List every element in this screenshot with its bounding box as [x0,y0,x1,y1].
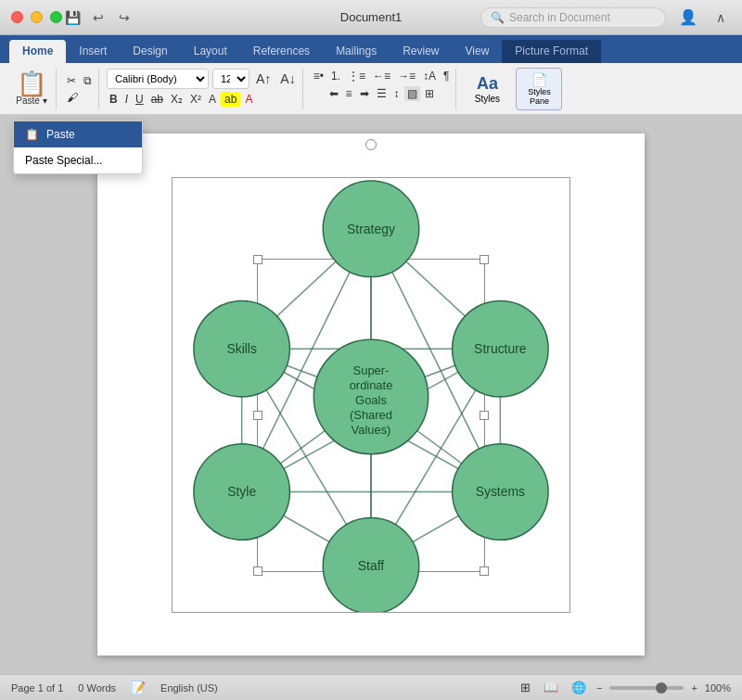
borders-button[interactable]: ⊞ [422,86,437,101]
tab-picture-format[interactable]: Picture Format [502,40,601,63]
format-painter-button[interactable]: 🖌 [64,90,81,105]
paste-menu-icon: 📋 [25,128,39,141]
superscript-button[interactable]: X² [187,92,204,107]
title-bar: 💾 ↩ ↪ Document1 🔍 Search in Document 👤 ∧ [0,0,742,35]
ribbon-toolbar: 📋 Paste ▾ ✂ ⧉ 🖌 Calibri (Body) 12 A↑ A↓ [0,63,742,115]
tab-references[interactable]: References [240,40,323,63]
format-group: ✂ ⧉ 🖌 [64,73,95,105]
titlebar-toolbar: 💾 ↩ ↪ [62,7,134,28]
format-painter-row: 🖌 [64,90,95,105]
styles-button[interactable]: Aa Styles [464,70,510,108]
ribbon-collapse-icon[interactable]: ∧ [710,7,731,28]
search-bar[interactable]: 🔍 Search in Document [480,7,666,28]
paste-menu-paste[interactable]: 📋 Paste [14,121,142,147]
document-page: Super- ordinate Goals (Shared Values) St… [97,134,645,655]
zoom-level[interactable]: 100% [705,682,731,694]
cut-button[interactable]: ✂ [64,73,79,88]
paste-label: Paste ▾ [16,95,46,106]
indent-increase-button[interactable]: →≡ [395,69,418,83]
font-color-button[interactable]: A [242,92,255,107]
close-button[interactable] [11,11,23,23]
shading-button[interactable]: ▧ [404,86,420,101]
status-right: ⊞ 📖 🌐 − + 100% [518,680,731,695]
paste-special-label: Paste Special... [25,154,102,167]
word-count: 0 Words [78,682,116,694]
document-title: Document1 [340,10,402,24]
svg-text:Super-: Super- [353,363,390,377]
save-icon[interactable]: 💾 [62,7,83,28]
font-selector[interactable]: Calibri (Body) [107,69,209,89]
numbering-button[interactable]: 1. [328,69,343,83]
proofing-icon[interactable]: 📝 [131,681,146,694]
zoom-minus-button[interactable]: − [596,682,602,694]
font-size-selector[interactable]: 12 [212,69,249,89]
sort-button[interactable]: ↕A [420,69,439,83]
paste-group: 📋 Paste ▾ [7,69,57,109]
strikethrough-button[interactable]: ab [148,92,166,107]
paste-menu-paste-special[interactable]: Paste Special... [14,147,142,173]
titlebar-right: 🔍 Search in Document 👤 ∧ [480,5,731,31]
styles-pane-label: Styles Pane [520,87,557,106]
subscript-button[interactable]: X₂ [168,92,186,107]
font-shrink-button[interactable]: A↓ [277,70,298,87]
7s-diagram: Super- ordinate Goals (Shared Values) St… [172,177,570,613]
bold-button[interactable]: B [107,92,121,107]
align-left-button[interactable]: ⬅ [326,86,341,101]
align-right-button[interactable]: ➡ [357,86,372,101]
minimize-button[interactable] [31,11,43,23]
ribbon-tabs: Home Insert Design Layout References Mai… [0,35,742,63]
styles-pane-button[interactable]: 📄 Styles Pane [516,68,562,110]
traffic-lights [11,11,62,23]
view-read-button[interactable]: 📖 [541,680,561,695]
tab-view[interactable]: View [453,40,503,63]
svg-text:Structure: Structure [474,341,527,356]
svg-text:(Shared: (Shared [350,407,392,421]
svg-text:Goals: Goals [355,392,387,406]
paste-dropdown: 📋 Paste Paste Special... [13,121,143,174]
svg-text:ordinate: ordinate [350,378,393,392]
justify-button[interactable]: ☰ [374,86,390,101]
tab-layout[interactable]: Layout [181,40,240,63]
document-area: Super- ordinate Goals (Shared Values) St… [0,115,742,674]
styles-icon: Aa [477,74,498,94]
search-placeholder: Search in Document [509,11,610,24]
zoom-plus-button[interactable]: + [691,682,697,694]
tab-design[interactable]: Design [120,40,180,63]
view-web-button[interactable]: 🌐 [569,680,589,695]
tab-review[interactable]: Review [390,40,452,63]
bullets-button[interactable]: ≡• [311,69,326,83]
maximize-button[interactable] [50,11,62,23]
svg-text:Style: Style [227,484,256,499]
zoom-thumb [656,682,667,694]
tab-home[interactable]: Home [9,40,66,63]
show-formatting-button[interactable]: ¶ [441,69,452,83]
font-group: Calibri (Body) 12 A↑ A↓ B I U ab X₂ X² A… [103,69,303,109]
paste-icon: 📋 [17,71,46,95]
tab-insert[interactable]: Insert [66,40,120,63]
redo-icon[interactable]: ↪ [114,7,134,28]
tab-mailings[interactable]: Mailings [323,40,390,63]
text-color-button[interactable]: A [206,92,219,107]
styles-group: Aa Styles 📄 Styles Pane [460,69,566,109]
paste-button[interactable]: 📋 Paste ▾ [11,70,52,108]
status-bar: Page 1 of 1 0 Words 📝 English (US) ⊞ 📖 🌐… [0,674,742,700]
zoom-slider[interactable] [609,686,684,690]
svg-text:Skills: Skills [226,341,257,356]
account-icon[interactable]: 👤 [675,5,701,31]
cut-copy-row: ✂ ⧉ [64,73,95,88]
align-center-button[interactable]: ≡ [343,86,355,101]
copy-button[interactable]: ⧉ [81,73,95,88]
line-spacing-button[interactable]: ↕ [391,86,403,101]
italic-button[interactable]: I [122,92,131,107]
undo-icon[interactable]: ↩ [88,7,109,28]
font-grow-button[interactable]: A↑ [253,70,274,87]
underline-button[interactable]: U [133,92,147,107]
svg-text:Values): Values) [352,422,391,436]
view-layout-button[interactable]: ⊞ [518,680,533,695]
multilevel-list-button[interactable]: ⋮≡ [345,69,368,83]
styles-pane-icon: 📄 [531,72,547,87]
highlight-button[interactable]: ab [221,92,240,107]
indent-decrease-button[interactable]: ←≡ [370,69,393,83]
rotate-handle[interactable] [365,139,377,150]
language: English (US) [160,682,218,694]
